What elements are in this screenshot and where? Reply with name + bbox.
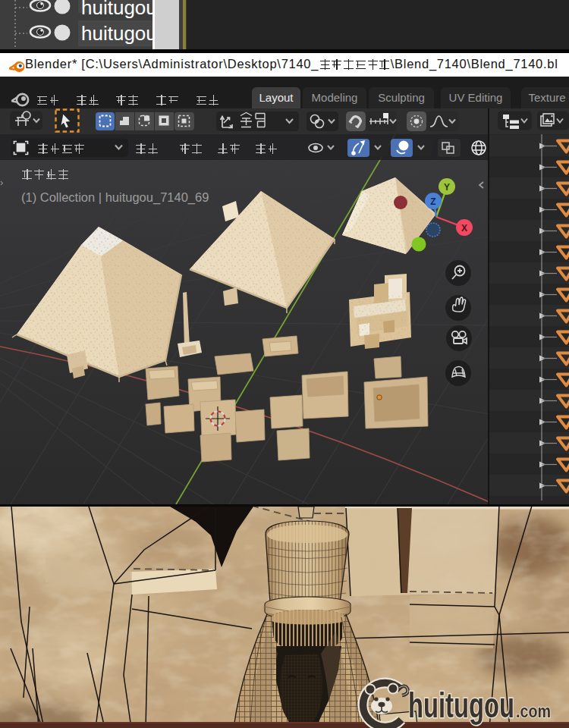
- svg-text:Y: Y: [444, 182, 450, 193]
- svg-text:X: X: [461, 223, 467, 234]
- svg-text:.com: .com: [516, 701, 551, 721]
- svg-text:huitugou: huitugou: [408, 686, 514, 725]
- svg-text:Z: Z: [430, 196, 435, 207]
